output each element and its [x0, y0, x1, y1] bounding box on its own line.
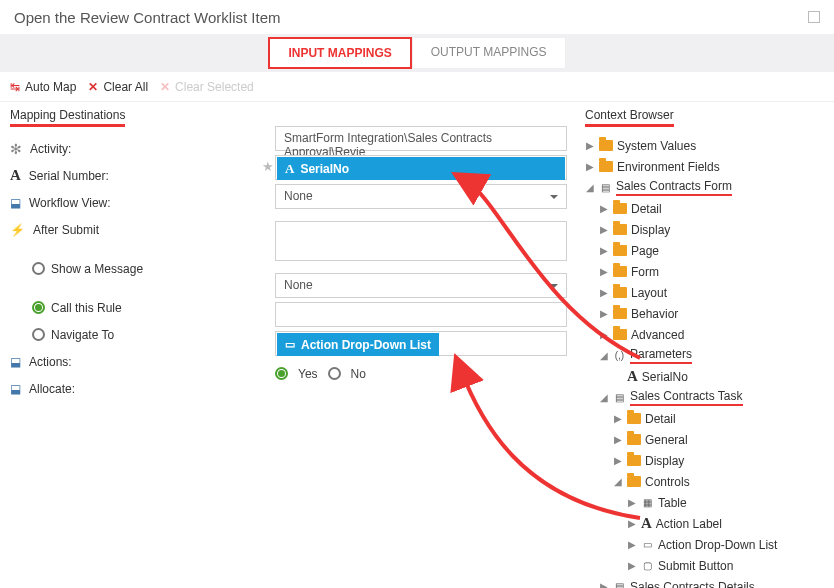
toolbar: ↹ Auto Map ✕ Clear All ✕ Clear Selected — [0, 72, 834, 102]
branch-icon: ⬓ — [10, 196, 21, 210]
node-general[interactable]: General — [645, 433, 688, 447]
mapping-fields-panel: SmartForm Integration\Sales Contracts Ap… — [275, 102, 575, 588]
allocate-yes-radio[interactable] — [275, 367, 288, 380]
clear-all-button[interactable]: ✕ Clear All — [88, 80, 148, 94]
actions-label: Actions: — [29, 355, 72, 369]
mapping-destinations-panel: Mapping Destinations ✻ Activity: A Seria… — [0, 102, 275, 588]
maximize-icon[interactable] — [808, 11, 820, 23]
node-form[interactable]: Form — [631, 265, 659, 279]
aftersubmit-label: After Submit — [33, 223, 99, 237]
callrule-select[interactable]: None — [275, 273, 567, 298]
params-icon: (,) — [613, 349, 626, 362]
node-detail[interactable]: Detail — [631, 202, 662, 216]
navigate-radio[interactable] — [32, 328, 45, 341]
serialno-pill[interactable]: A SerialNo — [277, 157, 565, 180]
caret-icon[interactable]: ◢ — [599, 350, 609, 361]
node-behavior[interactable]: Behavior — [631, 307, 678, 321]
caret-icon[interactable]: ▶ — [599, 287, 609, 298]
show-message-radio[interactable] — [32, 262, 45, 275]
folder-icon — [627, 455, 641, 466]
context-tree: ▶System Values ▶Environment Fields ◢▤Sal… — [585, 135, 824, 588]
caret-icon[interactable]: ▶ — [585, 161, 595, 172]
caret-icon[interactable]: ▶ — [599, 308, 609, 319]
caret-icon[interactable]: ▶ — [599, 245, 609, 256]
tab-input-mappings[interactable]: INPUT MAPPINGS — [268, 37, 411, 69]
show-message-label: Show a Message — [51, 262, 143, 276]
node-system-values[interactable]: System Values — [617, 139, 696, 153]
serialnumber-field[interactable]: ★ A SerialNo — [275, 155, 567, 180]
allocate-yes-label: Yes — [298, 367, 318, 381]
node-action-dropdown[interactable]: Action Drop-Down List — [658, 538, 777, 552]
caret-icon[interactable]: ▶ — [627, 560, 637, 571]
titlebar: Open the Review Contract Worklist Item — [0, 0, 834, 34]
caret-icon[interactable]: ▶ — [599, 329, 609, 340]
folder-icon — [613, 224, 627, 235]
navigate-field[interactable] — [275, 302, 567, 327]
a-icon: A — [627, 368, 638, 385]
node-page[interactable]: Page — [631, 244, 659, 258]
caret-icon[interactable]: ▶ — [585, 140, 595, 151]
node-env-fields[interactable]: Environment Fields — [617, 160, 720, 174]
node-display[interactable]: Display — [631, 223, 670, 237]
call-rule-label: Call this Rule — [51, 301, 122, 315]
arrows-icon: ↹ — [10, 80, 20, 94]
folder-icon — [613, 287, 627, 298]
clear-selected-button: ✕ Clear Selected — [160, 80, 254, 94]
call-rule-radio[interactable] — [32, 301, 45, 314]
caret-icon[interactable]: ▶ — [599, 224, 609, 235]
folder-icon — [627, 413, 641, 424]
node-action-label[interactable]: Action Label — [656, 517, 722, 531]
caret-icon[interactable]: ▶ — [627, 539, 637, 550]
bolt-icon: ⚡ — [10, 223, 25, 237]
workflowview-label: Workflow View: — [29, 196, 111, 210]
required-star-icon: ★ — [262, 159, 274, 174]
caret-icon[interactable]: ▶ — [613, 434, 623, 445]
navigate-label: Navigate To — [51, 328, 114, 342]
node-sales-contracts-form[interactable]: Sales Contracts Form — [616, 179, 732, 196]
caret-icon[interactable]: ▶ — [613, 455, 623, 466]
folder-icon — [613, 266, 627, 277]
table-icon: ▦ — [641, 496, 654, 509]
node-detail2[interactable]: Detail — [645, 412, 676, 426]
showmessage-field[interactable] — [275, 221, 567, 261]
tab-bar: INPUT MAPPINGS OUTPUT MAPPINGS — [0, 34, 834, 72]
activity-field[interactable]: SmartForm Integration\Sales Contracts Ap… — [275, 126, 567, 151]
context-header: Context Browser — [585, 108, 674, 127]
allocate-label: Allocate: — [29, 382, 75, 396]
task-icon: ▤ — [613, 391, 626, 404]
auto-map-button[interactable]: ↹ Auto Map — [10, 80, 76, 94]
node-display2[interactable]: Display — [645, 454, 684, 468]
node-submit-button[interactable]: Submit Button — [658, 559, 733, 573]
caret-icon[interactable]: ▶ — [627, 518, 637, 529]
node-advanced[interactable]: Advanced — [631, 328, 684, 342]
node-layout[interactable]: Layout — [631, 286, 667, 300]
node-serialno[interactable]: SerialNo — [642, 370, 688, 384]
serialnumber-label: Serial Number: — [29, 169, 109, 183]
caret-icon[interactable]: ▶ — [613, 413, 623, 424]
node-sales-details[interactable]: Sales Contracts Details — [630, 580, 755, 589]
node-table[interactable]: Table — [658, 496, 687, 510]
allocate-no-radio[interactable] — [328, 367, 341, 380]
caret-icon[interactable]: ◢ — [599, 392, 609, 403]
action-dropdown-pill[interactable]: ▭ Action Drop-Down List — [277, 333, 439, 356]
actions-field[interactable]: ▭ Action Drop-Down List — [275, 331, 567, 356]
node-parameters[interactable]: Parameters — [630, 347, 692, 364]
folder-icon — [613, 308, 627, 319]
caret-icon[interactable]: ◢ — [613, 476, 623, 487]
caret-icon[interactable]: ◢ — [585, 182, 595, 193]
caret-icon[interactable]: ▶ — [599, 266, 609, 277]
caret-icon[interactable]: ▶ — [599, 581, 609, 588]
folder-icon — [627, 434, 641, 445]
node-sales-contracts-task[interactable]: Sales Contracts Task — [630, 389, 743, 406]
workflowview-select[interactable]: None — [275, 184, 567, 209]
caret-icon[interactable]: ▶ — [627, 497, 637, 508]
tab-output-mappings[interactable]: OUTPUT MAPPINGS — [412, 37, 566, 69]
caret-icon[interactable]: ▶ — [599, 203, 609, 214]
button-icon: ▢ — [641, 559, 654, 572]
gear-icon: ✻ — [10, 141, 22, 157]
window-title: Open the Review Contract Worklist Item — [14, 9, 280, 26]
folder-icon — [613, 203, 627, 214]
branch-icon: ⬓ — [10, 382, 21, 396]
node-controls[interactable]: Controls — [645, 475, 690, 489]
context-browser-panel: Context Browser ▶System Values ▶Environm… — [575, 102, 834, 588]
